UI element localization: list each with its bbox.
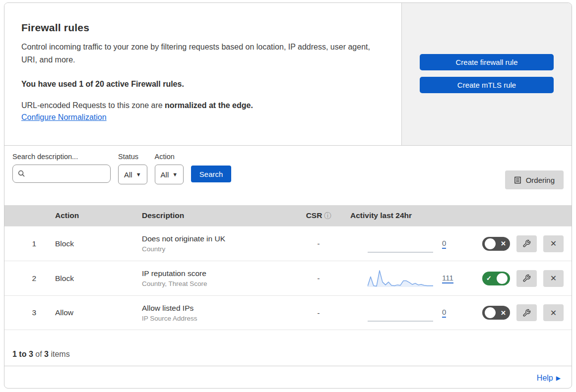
rule-csr-value: - xyxy=(291,274,346,282)
toggle-knob xyxy=(485,307,496,318)
rule-fields: Country, Threat Score xyxy=(142,280,291,287)
rule-description-cell: Does not originate in UK Country xyxy=(127,234,291,253)
column-header-activity: Activity last 24hr xyxy=(346,211,474,220)
toggle-knob xyxy=(485,238,496,249)
rule-description-cell: IP reputation score Country, Threat Scor… xyxy=(127,269,291,287)
rule-action: Allow xyxy=(40,308,127,317)
check-icon: ✓ xyxy=(485,275,493,282)
rule-action: Block xyxy=(40,239,127,248)
rule-csr-value: - xyxy=(291,239,346,248)
rule-fields: Country xyxy=(142,245,291,253)
rule-controls: ✓ ✕ ✕ xyxy=(474,304,572,321)
search-button[interactable]: Search xyxy=(191,166,231,182)
filter-bar: Search description... Status All ▼ Actio… xyxy=(4,146,572,205)
action-filter-dropdown[interactable]: All ▼ xyxy=(155,165,184,184)
actions-panel: Create firewall rule Create mTLS rule xyxy=(401,3,572,145)
close-icon: ✕ xyxy=(550,308,557,318)
ordering-button[interactable]: Ordering xyxy=(505,170,564,189)
delete-rule-button[interactable]: ✕ xyxy=(543,270,564,287)
normalization-bold: normalized at the edge. xyxy=(165,101,253,110)
delete-rule-button[interactable]: ✕ xyxy=(543,235,564,252)
wrench-icon xyxy=(522,239,531,248)
search-label: Search description... xyxy=(12,153,111,161)
table-row: 2 Block IP reputation score Country, Thr… xyxy=(4,261,572,295)
chevron-down-icon: ▼ xyxy=(136,171,141,177)
firewall-rules-card: Firewall rules Control incoming traffic … xyxy=(4,2,572,389)
rule-csr-value: - xyxy=(291,309,346,317)
rule-description: Allow listed IPs xyxy=(142,304,291,313)
info-icon[interactable]: ⓘ xyxy=(324,212,331,220)
status-filter-dropdown[interactable]: All ▼ xyxy=(118,165,147,184)
rule-priority: 1 xyxy=(4,239,40,248)
list-document-icon xyxy=(514,176,521,184)
rule-activity-cell: 0 xyxy=(346,234,474,254)
help-footer: Help ▶ xyxy=(4,366,572,389)
x-icon: ✕ xyxy=(499,309,508,317)
rule-priority: 3 xyxy=(4,308,40,317)
rule-activity-cell: 0 xyxy=(346,303,474,323)
rule-enable-toggle[interactable]: ✓ ✕ xyxy=(482,237,510,251)
rule-description-cell: Allow listed IPs IP Source Address xyxy=(127,304,291,322)
activity-count-link[interactable]: 0 xyxy=(442,239,446,249)
toggle-knob xyxy=(497,273,508,284)
edit-rule-button[interactable] xyxy=(516,304,537,321)
rule-priority: 2 xyxy=(4,274,40,283)
activity-count-link[interactable]: 0 xyxy=(442,308,446,318)
rule-action: Block xyxy=(40,274,127,283)
column-header-csr: CSRⓘ xyxy=(291,211,346,221)
header-section: Firewall rules Control incoming traffic … xyxy=(4,3,572,146)
column-header-description: Description xyxy=(127,211,291,220)
rules-table: Action Description CSRⓘ Activity last 24… xyxy=(4,205,572,330)
table-header-row: Action Description CSRⓘ Activity last 24… xyxy=(4,205,572,226)
create-firewall-rule-button[interactable]: Create firewall rule xyxy=(420,54,554,70)
edit-rule-button[interactable] xyxy=(516,270,537,287)
activity-count-link[interactable]: 111 xyxy=(442,274,453,283)
chevron-down-icon: ▼ xyxy=(172,171,178,177)
close-icon: ✕ xyxy=(550,274,557,283)
page-description: Control incoming traffic to your zone by… xyxy=(21,41,379,67)
rule-controls: ✓ ✕ ✕ xyxy=(474,270,572,287)
activity-sparkline xyxy=(368,234,433,254)
table-body: 1 Block Does not originate in UK Country… xyxy=(4,226,572,330)
rule-fields: IP Source Address xyxy=(142,315,291,322)
delete-rule-button[interactable]: ✕ xyxy=(543,304,564,321)
items-summary: 1 to 3 of 3 items xyxy=(4,330,572,366)
status-filter-value: All xyxy=(124,170,132,179)
help-link-label: Help xyxy=(537,374,553,383)
search-icon xyxy=(18,170,25,177)
page-title: Firewall rules xyxy=(21,22,382,34)
search-input-wrapper xyxy=(12,165,111,183)
usage-summary: You have used 1 of 20 active Firewall ru… xyxy=(21,80,382,89)
edit-rule-button[interactable] xyxy=(516,235,537,252)
wrench-icon xyxy=(522,309,531,317)
items-range: 1 to 3 xyxy=(12,350,33,358)
status-filter-label: Status xyxy=(118,153,147,161)
intro-panel: Firewall rules Control incoming traffic … xyxy=(4,3,401,145)
wrench-icon xyxy=(522,274,531,282)
column-header-action: Action xyxy=(40,211,127,220)
rule-controls: ✓ ✕ ✕ xyxy=(474,235,572,252)
x-icon: ✕ xyxy=(499,240,508,247)
table-row: 1 Block Does not originate in UK Country… xyxy=(4,226,572,261)
normalization-text: URL-encoded Requests to this zone are no… xyxy=(21,101,382,110)
rule-activity-cell: 111 xyxy=(346,269,474,288)
ordering-button-label: Ordering xyxy=(526,176,555,184)
configure-normalization-link[interactable]: Configure Normalization xyxy=(21,113,107,122)
action-filter-value: All xyxy=(161,170,169,179)
rule-description: Does not originate in UK xyxy=(142,234,291,243)
create-mtls-rule-button[interactable]: Create mTLS rule xyxy=(420,77,554,93)
activity-sparkline xyxy=(368,269,433,288)
table-row: 3 Allow Allow listed IPs IP Source Addre… xyxy=(4,295,572,330)
action-filter-label: Action xyxy=(155,153,184,161)
activity-sparkline xyxy=(368,303,433,323)
help-link[interactable]: Help ▶ xyxy=(537,374,561,383)
normalization-prefix: URL-encoded Requests to this zone are xyxy=(21,101,163,110)
rule-enable-toggle[interactable]: ✓ ✕ xyxy=(482,306,510,320)
search-input[interactable] xyxy=(28,169,105,178)
rule-description: IP reputation score xyxy=(142,269,291,278)
close-icon: ✕ xyxy=(550,239,557,248)
rule-enable-toggle[interactable]: ✓ ✕ xyxy=(482,272,510,285)
items-total: 3 xyxy=(44,350,49,358)
arrow-right-icon: ▶ xyxy=(556,375,561,382)
